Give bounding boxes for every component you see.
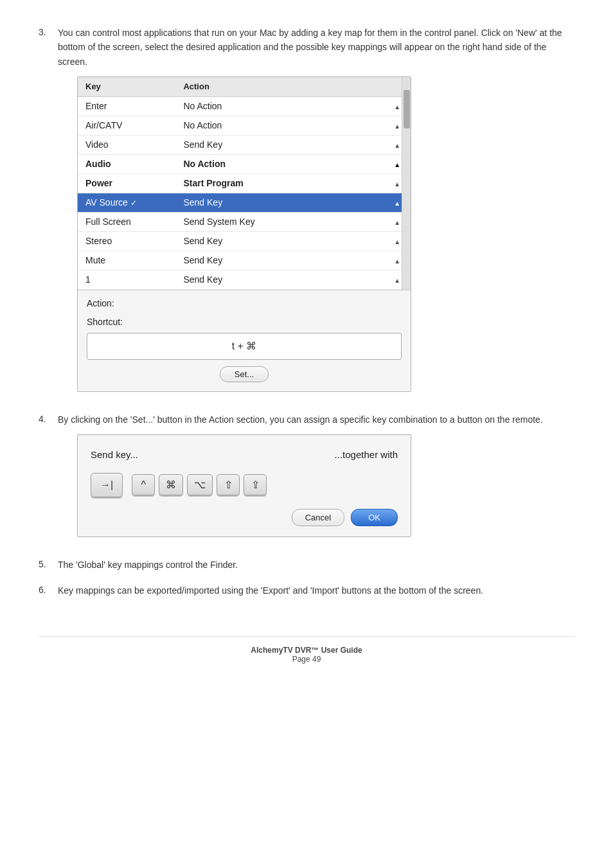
col-action-header: Action xyxy=(175,77,380,96)
mod-key-ctrl[interactable]: ^ xyxy=(132,474,155,495)
table-row[interactable]: Power Start Program ▲▼ xyxy=(78,173,411,193)
table-row[interactable]: 1 Send Key ▲▼ xyxy=(78,270,411,289)
key-fullscreen: Full Screen xyxy=(78,212,175,231)
action-avsource: Send Key xyxy=(175,193,380,212)
scroll-thumb[interactable] xyxy=(404,90,410,128)
key-1: 1 xyxy=(78,270,175,289)
table-row[interactable]: Air/CATV No Action ▲▼ xyxy=(78,116,411,135)
together-title: ...together with xyxy=(335,448,398,463)
modifier-keys-group: ^ ⌘ ⌥ ⇧ ⇪ xyxy=(132,474,267,495)
set-button[interactable]: Set... xyxy=(220,366,269,382)
key-mute: Mute xyxy=(78,251,175,270)
scrollbar[interactable] xyxy=(402,77,411,290)
list-item-6: 6. Key mappings can be exported/imported… xyxy=(39,583,574,598)
action-section: Action: Shortcut: t + ⌘ Set... xyxy=(78,290,411,391)
list-item-3: 3. You can control most applications tha… xyxy=(39,26,574,401)
list-number-3: 3. xyxy=(39,26,58,401)
table-row[interactable]: Stereo Send Key ▲▼ xyxy=(78,231,411,251)
footer: AlchemyTV DVR™ User Guide Page 49 xyxy=(39,636,574,664)
list-item-5: 5. The 'Global' key mappings control the… xyxy=(39,558,574,572)
page-content: 3. You can control most applications tha… xyxy=(39,26,574,664)
set-button-wrapper: Set... xyxy=(87,366,402,382)
table-row-selected[interactable]: AV Source ✓ Send Key ▲▼ xyxy=(78,193,411,212)
footer-title: AlchemyTV DVR™ User Guide xyxy=(39,646,574,655)
key-enter: Enter xyxy=(78,96,175,116)
action-enter: No Action xyxy=(175,96,380,116)
key-stereo: Stereo xyxy=(78,231,175,251)
table-row[interactable]: Full Screen Send System Key ▲▼ xyxy=(78,212,411,231)
list-number-5: 5. xyxy=(39,558,58,572)
action-mute: Send Key xyxy=(175,251,380,270)
key-audio: Audio xyxy=(78,154,175,173)
action-aircatv: No Action xyxy=(175,116,380,135)
sendkey-body: →| ^ ⌘ ⌥ ⇧ ⇪ xyxy=(91,473,398,497)
action-stereo: Send Key xyxy=(175,231,380,251)
list-text-3: You can control most applications that r… xyxy=(58,28,562,67)
table-row[interactable]: Video Send Key ▲▼ xyxy=(78,135,411,154)
col-key-header: Key xyxy=(78,77,175,96)
key-avsource: AV Source ✓ xyxy=(78,193,175,212)
action-audio: No Action xyxy=(175,154,380,173)
key-aircatv: Air/CATV xyxy=(78,116,175,135)
mod-key-alt[interactable]: ⌥ xyxy=(187,474,213,495)
tab-key-button[interactable]: →| xyxy=(91,473,123,497)
table-row[interactable]: Mute Send Key ▲▼ xyxy=(78,251,411,270)
action-fullscreen: Send System Key xyxy=(175,212,380,231)
sendkey-header: Send key... ...together with xyxy=(91,448,398,463)
table-row[interactable]: Audio No Action ▲▼ xyxy=(78,154,411,173)
shortcut-label: Shortcut: xyxy=(87,315,402,329)
action-label: Action: xyxy=(87,297,402,310)
sendkey-title: Send key... xyxy=(91,448,138,463)
action-power: Start Program xyxy=(175,173,380,193)
footer-page: Page 49 xyxy=(39,655,574,664)
keymap-table: Key Action Enter No Action ▲▼ xyxy=(78,77,411,290)
cancel-button[interactable]: Cancel xyxy=(292,509,344,526)
list-text-5: The 'Global' key mappings control the Fi… xyxy=(58,558,238,572)
list-item-4: 4. By clicking on the 'Set...' button in… xyxy=(39,412,574,546)
list-text-4: By clicking on the 'Set...' button in th… xyxy=(58,414,543,425)
table-row[interactable]: Enter No Action ▲▼ xyxy=(78,96,411,116)
sendkey-panel: Send key... ...together with →| ^ ⌘ ⌥ ⇧ … xyxy=(77,434,411,537)
key-video: Video xyxy=(78,135,175,154)
shortcut-box: t + ⌘ xyxy=(87,333,402,360)
action-1: Send Key xyxy=(175,270,380,289)
keymap-scrollbar-area: Key Action Enter No Action ▲▼ xyxy=(78,77,411,290)
mod-key-cmd[interactable]: ⌘ xyxy=(159,474,183,495)
key-power: Power xyxy=(78,173,175,193)
table-header-row: Key Action xyxy=(78,77,411,96)
list-number-4: 4. xyxy=(39,412,58,546)
mod-key-shift[interactable]: ⇧ xyxy=(217,474,240,495)
list-text-6: Key mappings can be exported/imported us… xyxy=(58,583,483,598)
mod-key-capslock[interactable]: ⇪ xyxy=(244,474,267,495)
action-video: Send Key xyxy=(175,135,380,154)
keymap-panel: Key Action Enter No Action ▲▼ xyxy=(77,76,411,392)
sendkey-footer: Cancel OK xyxy=(91,509,398,526)
list-number-6: 6. xyxy=(39,583,58,598)
ok-button[interactable]: OK xyxy=(351,509,398,526)
